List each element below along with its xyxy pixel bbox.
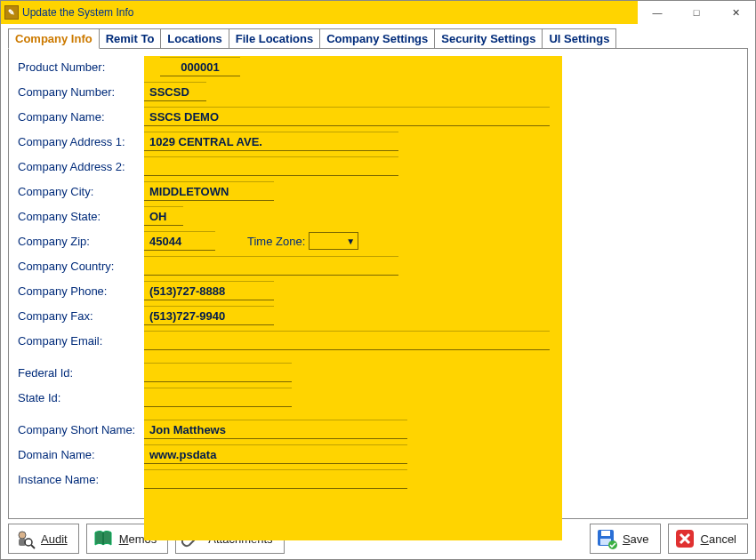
label-address2: Company Address 2: [18, 160, 144, 173]
label-company-name: Company Name: [18, 110, 144, 124]
label-phone: Company Phone: [18, 284, 144, 298]
tab-remit-to[interactable]: Remit To [99, 28, 162, 49]
tab-bar: Company Info Remit To Locations File Loc… [8, 28, 748, 49]
label-zip: Company Zip: [18, 235, 144, 248]
titlebar: ✎ Update the System Info — □ ✕ [1, 1, 755, 24]
cancel-label: Cancel [701, 532, 736, 546]
label-country: Company Country: [18, 260, 144, 273]
label-timezone: Time Zone: [247, 235, 305, 248]
label-federal-id: Federal Id: [18, 366, 144, 380]
label-address1: Company Address 1: [18, 135, 144, 148]
book-icon [92, 528, 114, 549]
label-city: Company City: [18, 185, 144, 198]
product-number-field[interactable] [160, 57, 240, 76]
company-country-field[interactable] [144, 256, 398, 276]
label-domain: Domain Name: [18, 448, 144, 461]
label-state: Company State: [18, 210, 144, 223]
svg-line-3 [31, 545, 35, 548]
tab-company-settings[interactable]: Company Settings [319, 28, 435, 49]
company-number-field[interactable] [144, 82, 206, 101]
svg-point-0 [19, 532, 26, 539]
save-button[interactable]: Save [590, 524, 661, 554]
company-city-field[interactable] [144, 181, 274, 201]
company-zip-field[interactable] [144, 231, 215, 251]
label-company-number: Company Number: [18, 85, 144, 99]
chevron-down-icon: ▼ [346, 236, 355, 246]
instance-name-field[interactable] [144, 469, 407, 489]
company-address2-field[interactable] [144, 156, 398, 176]
client-area: Company Info Remit To Locations File Loc… [1, 24, 755, 559]
label-fax: Company Fax: [18, 309, 144, 323]
tab-file-locations[interactable]: File Locations [229, 28, 320, 49]
svg-point-2 [25, 539, 32, 546]
window-title: Update the System Info [22, 6, 133, 19]
label-state-id: State Id: [18, 391, 144, 404]
company-address1-field[interactable] [144, 132, 398, 151]
save-disk-icon [596, 528, 617, 549]
company-info-panel: Product Number: Company Number: Company … [8, 48, 748, 519]
close-button[interactable]: ✕ [716, 1, 755, 24]
cancel-x-icon [674, 528, 696, 549]
company-short-name-field[interactable] [144, 420, 407, 439]
magnifier-person-icon [14, 528, 36, 549]
app-icon: ✎ [4, 5, 19, 20]
svg-rect-6 [601, 531, 610, 536]
maximize-button[interactable]: □ [677, 1, 716, 24]
window-controls: — □ ✕ [638, 1, 755, 24]
label-instance: Instance Name: [18, 473, 144, 486]
state-id-field[interactable] [144, 388, 292, 407]
tab-security-settings[interactable]: Security Settings [434, 28, 543, 49]
company-name-field[interactable] [144, 107, 550, 126]
tab-ui-settings[interactable]: UI Settings [542, 28, 616, 49]
save-label: Save [623, 532, 649, 546]
company-email-field[interactable] [144, 331, 550, 350]
company-state-field[interactable] [144, 206, 183, 226]
audit-button[interactable]: Audit [8, 524, 79, 554]
label-short-name: Company Short Name: [18, 423, 144, 436]
tab-locations[interactable]: Locations [160, 28, 229, 49]
timezone-dropdown[interactable]: ▼ [309, 232, 358, 250]
company-phone-field[interactable] [144, 281, 274, 300]
minimize-button[interactable]: — [638, 1, 677, 24]
window: ✎ Update the System Info — □ ✕ Company I… [0, 0, 756, 560]
label-email: Company Email: [18, 334, 144, 348]
tab-company-info[interactable]: Company Info [8, 28, 100, 49]
audit-label: Audit [41, 532, 68, 546]
domain-name-field[interactable] [144, 444, 407, 464]
federal-id-field[interactable] [144, 363, 292, 382]
cancel-button[interactable]: Cancel [668, 524, 748, 554]
label-product-number: Product Number: [18, 60, 144, 74]
company-fax-field[interactable] [144, 306, 274, 325]
